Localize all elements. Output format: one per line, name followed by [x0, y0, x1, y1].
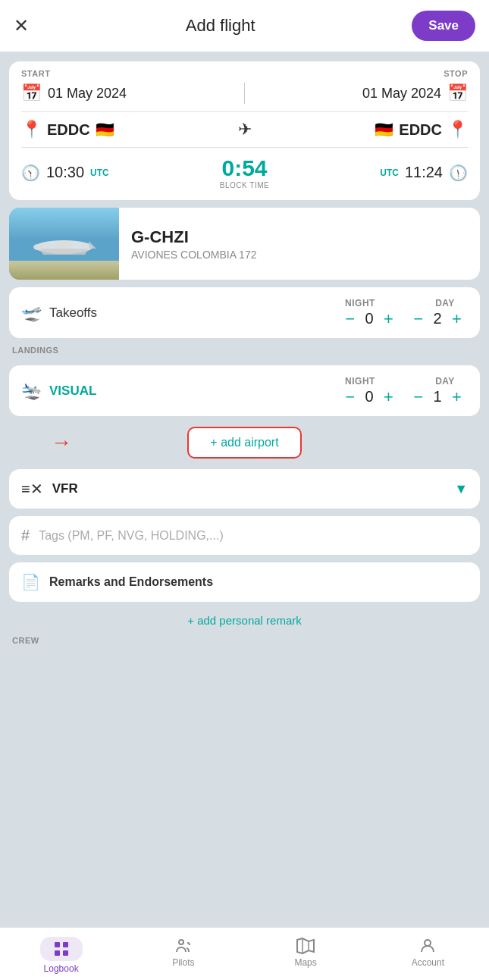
landings-night-value: 0 [362, 388, 376, 405]
arrival-time-block[interactable]: UTC 11:24 🕦 [380, 164, 468, 182]
takeoffs-day-increment[interactable]: + [452, 311, 462, 327]
start-date-block[interactable]: 📅 01 May 2024 [21, 83, 127, 103]
landings-night-label: NIGHT [337, 376, 383, 387]
nav-item-maps[interactable]: Maps [245, 934, 367, 977]
svg-point-6 [33, 244, 42, 250]
svg-point-15 [425, 940, 431, 946]
takeoffs-night-value: 0 [362, 310, 376, 327]
takeoffs-night-decrement[interactable]: − [345, 311, 355, 327]
landings-day-decrement[interactable]: − [413, 389, 423, 405]
landings-title-row: 🛬 VISUAL [21, 381, 96, 401]
add-airport-button[interactable]: + add airport [187, 427, 301, 459]
tags-icon: # [21, 527, 30, 544]
arrival-flag: 🇩🇪 [375, 121, 393, 139]
tags-card[interactable]: # Tags (PM, PF, NVG, HOLDING,...) [9, 516, 480, 555]
svg-rect-8 [63, 942, 68, 947]
maps-nav-label: Maps [294, 957, 316, 968]
aircraft-card[interactable]: G-CHZI AVIONES COLOMBIA 172 [9, 208, 480, 280]
remarks-icon: 📄 [21, 573, 40, 591]
aircraft-info: G-CHZI AVIONES COLOMBIA 172 [119, 218, 480, 270]
flight-rules-value: VFR [52, 481, 78, 496]
logbook-icon-bg [40, 937, 83, 961]
nav-item-pilots[interactable]: Pilots [122, 934, 244, 977]
svg-rect-1 [9, 261, 119, 280]
calendar-stop-icon: 📅 [447, 83, 468, 103]
add-airport-arrow-icon: → [51, 431, 72, 455]
landings-day-label: DAY [422, 376, 468, 387]
stop-label: STOP [444, 69, 468, 78]
svg-rect-10 [63, 950, 68, 956]
arrival-airport: EDDC [399, 121, 442, 139]
takeoffs-night-counter: − 0 + [339, 310, 400, 327]
landings-section-label: LANDINGS [9, 346, 480, 355]
landings-day-counter: − 1 + [407, 388, 468, 405]
departure-time-block[interactable]: 🕥 10:30 UTC [21, 164, 109, 182]
takeoffs-night-label: NIGHT [337, 298, 383, 308]
takeoffs-card: 🛫 Takeoffs NIGHT DAY − 0 + − 2 [9, 287, 480, 338]
flight-time-card: START STOP 📅 01 May 2024 01 May 2024 📅 📍… [9, 61, 480, 200]
stop-date: 01 May 2024 [362, 86, 441, 102]
landings-night-decrement[interactable]: − [345, 389, 355, 405]
nav-item-account[interactable]: Account [367, 934, 489, 977]
save-button[interactable]: Save [412, 11, 475, 41]
bottom-navigation: Logbook Pilots Maps Account [0, 927, 489, 980]
landings-day-value: 1 [431, 388, 444, 405]
landings-day-increment[interactable]: + [452, 389, 462, 405]
stop-date-block[interactable]: 01 May 2024 📅 [362, 83, 468, 103]
airports-row: 📍 EDDC 🇩🇪 ✈ 🇩🇪 EDDC 📍 [21, 120, 468, 148]
date-divider [244, 83, 245, 104]
block-time-value: 0:54 [220, 155, 269, 181]
clock-stop-icon: 🕦 [449, 164, 468, 182]
nav-item-logbook[interactable]: Logbook [0, 934, 122, 977]
crew-section-label: CREW [9, 636, 480, 645]
arrival-block[interactable]: 🇩🇪 EDDC 📍 [375, 120, 468, 139]
departure-airport: EDDC [47, 121, 90, 139]
flight-rules-card[interactable]: ≡✕ VFR ▼ [9, 469, 480, 509]
block-time-block: 0:54 BLOCK TIME [220, 155, 269, 189]
block-time-label: BLOCK TIME [220, 181, 269, 189]
takeoffs-day-decrement[interactable]: − [413, 311, 423, 327]
aircraft-image [9, 208, 119, 280]
main-content: START STOP 📅 01 May 2024 01 May 2024 📅 📍… [0, 52, 489, 927]
add-remark-button[interactable]: + add personal remark [9, 609, 480, 628]
calendar-start-icon: 📅 [21, 83, 42, 103]
pilots-icon [174, 937, 193, 955]
aircraft-image-svg [9, 208, 119, 280]
landing-icon: 🛬 [21, 381, 42, 401]
plane-icon: ✈ [238, 120, 252, 139]
takeoffs-nd-labels: NIGHT DAY [337, 298, 468, 308]
departure-block[interactable]: 📍 EDDC 🇩🇪 [21, 120, 114, 139]
utc-stop-label: UTC [380, 168, 399, 178]
logbook-nav-label: Logbook [44, 963, 79, 974]
departure-pin-icon: 📍 [21, 120, 42, 139]
svg-rect-9 [55, 950, 60, 956]
aircraft-type: AVIONES COLOMBIA 172 [131, 249, 468, 261]
takeoff-icon: 🛫 [21, 303, 42, 323]
add-airport-row: → + add airport [9, 427, 480, 459]
arrival-pin-icon: 📍 [447, 120, 468, 139]
account-icon [418, 937, 437, 955]
pilots-nav-label: Pilots [172, 957, 194, 968]
page-title: Add flight [186, 16, 255, 36]
takeoffs-title-row: 🛫 Takeoffs [21, 303, 97, 323]
takeoffs-night-increment[interactable]: + [384, 311, 393, 327]
landings-card: 🛬 VISUAL NIGHT DAY − 0 + − 1 [9, 365, 480, 416]
takeoffs-title: Takeoffs [49, 305, 97, 321]
flight-rules-icon: ≡✕ [21, 480, 43, 498]
close-button[interactable]: ✕ [14, 17, 29, 35]
utc-start-label: UTC [90, 168, 109, 178]
landings-night-counter: − 0 + [339, 388, 400, 405]
tags-placeholder: Tags (PM, PF, NVG, HOLDING,...) [39, 529, 224, 543]
landings-type: VISUAL [49, 384, 96, 399]
aircraft-registration: G-CHZI [131, 227, 468, 247]
departure-flag: 🇩🇪 [96, 121, 114, 139]
app-header: ✕ Add flight Save [0, 0, 489, 52]
remarks-card[interactable]: 📄 Remarks and Endorsements [9, 562, 480, 602]
arrival-time: 11:24 [405, 164, 443, 181]
landings-night-increment[interactable]: + [384, 389, 393, 405]
vfr-left: ≡✕ VFR [21, 480, 78, 498]
takeoffs-day-value: 2 [431, 310, 444, 327]
remarks-label: Remarks and Endorsements [49, 575, 213, 589]
start-label: START [21, 69, 50, 78]
flight-dates-row: 📅 01 May 2024 01 May 2024 📅 [21, 83, 468, 112]
